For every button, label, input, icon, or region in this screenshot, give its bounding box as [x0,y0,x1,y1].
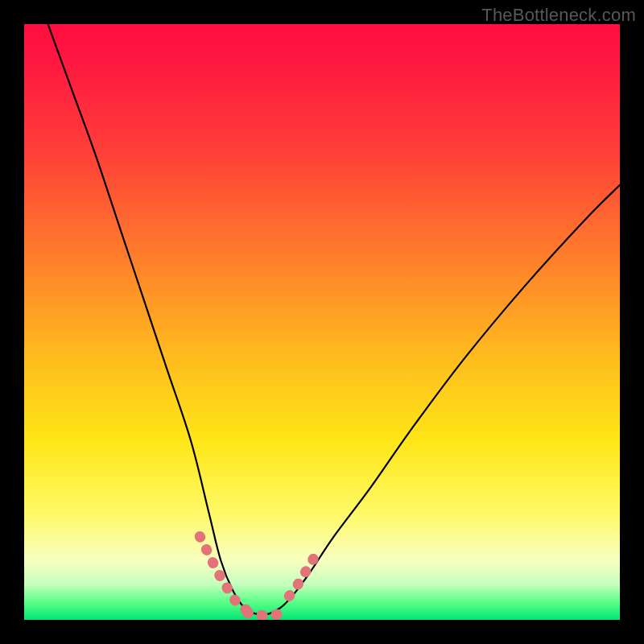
chart-canvas: TheBottleneck.com [0,0,644,644]
plot-area [24,24,620,620]
curve-layer [24,24,620,620]
valley-floor-highlight [248,613,283,616]
bottleneck-curve [48,24,620,615]
watermark-label: TheBottleneck.com [481,5,636,26]
left-descent-highlight [200,536,256,613]
right-ascent-highlight [289,555,316,597]
